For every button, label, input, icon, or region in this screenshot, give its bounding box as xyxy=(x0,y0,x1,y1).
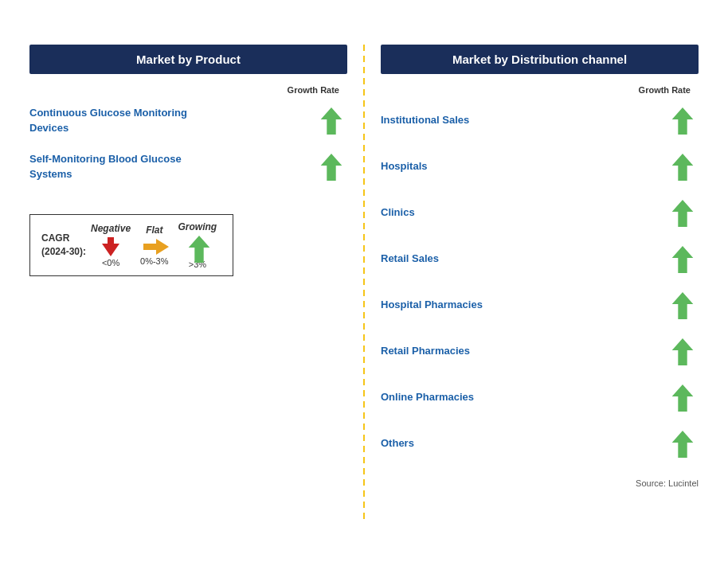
left-growth-rate-label: Growth Rate xyxy=(29,85,339,95)
red-down-arrow-icon xyxy=(100,236,121,256)
channel-label-6: Retail Pharmacies xyxy=(381,344,670,358)
svg-marker-3 xyxy=(143,239,169,255)
table-row: Institutional Sales xyxy=(381,98,699,144)
svg-marker-6 xyxy=(672,153,694,180)
product-label-1: Continuous Glucose MonitoringDevices xyxy=(29,106,319,135)
channel-label-7: Online Pharmacies xyxy=(381,390,670,404)
arrow-up-icon xyxy=(670,152,695,182)
svg-marker-9 xyxy=(672,291,694,318)
svg-marker-4 xyxy=(189,235,210,262)
arrow-up-icon xyxy=(670,429,695,459)
channel-label-5: Hospital Pharmacies xyxy=(381,298,670,312)
svg-marker-7 xyxy=(672,199,694,226)
svg-marker-11 xyxy=(672,384,694,411)
legend-negative-range: <0% xyxy=(102,258,119,267)
arrow-up-icon xyxy=(670,337,695,367)
panel-divider xyxy=(363,45,365,522)
legend-flat: Flat 0%-3% xyxy=(140,224,168,266)
table-row: Self-Monitoring Blood GlucoseSystems xyxy=(29,144,347,190)
table-row: Retail Sales xyxy=(381,236,699,283)
legend-growing-label: Growing xyxy=(178,221,217,232)
table-row: Online Pharmacies xyxy=(381,375,699,421)
legend-negative: Negative <0% xyxy=(91,223,131,267)
channel-label-8: Others xyxy=(381,436,670,451)
svg-marker-12 xyxy=(672,430,694,457)
svg-marker-10 xyxy=(672,338,694,365)
arrow-up-icon xyxy=(670,198,695,228)
table-row: Retail Pharmacies xyxy=(381,329,699,375)
legend-flat-range: 0%-3% xyxy=(140,256,168,266)
orange-right-arrow-icon xyxy=(142,237,167,255)
table-row: Hospital Pharmacies xyxy=(381,283,699,329)
arrow-up-icon xyxy=(670,291,695,321)
left-panel: Market by Product Growth Rate Continuous… xyxy=(22,45,355,276)
svg-marker-8 xyxy=(672,245,694,272)
svg-marker-5 xyxy=(672,107,694,134)
green-up-arrow-icon xyxy=(186,234,209,258)
legend-box: CAGR (2024-30): Negative <0% Flat 0%-3% xyxy=(29,214,233,276)
arrow-up-icon xyxy=(319,152,344,182)
legend-cagr-label: CAGR (2024-30): xyxy=(41,232,86,259)
right-panel: Market by Distribution channel Growth Ra… xyxy=(373,45,706,488)
table-row: Continuous Glucose MonitoringDevices xyxy=(29,98,347,144)
main-container: Market by Product Growth Rate Continuous… xyxy=(14,29,714,538)
left-panel-header: Market by Product xyxy=(29,45,347,74)
right-panel-header: Market by Distribution channel xyxy=(381,45,699,74)
channel-label-2: Hospitals xyxy=(381,159,670,174)
table-row: Hospitals xyxy=(381,144,699,190)
right-growth-rate-label: Growth Rate xyxy=(381,85,691,95)
legend-growing: Growing >3% xyxy=(178,221,217,269)
arrow-up-icon xyxy=(670,383,695,413)
product-label-2: Self-Monitoring Blood GlucoseSystems xyxy=(29,152,319,181)
arrow-up-icon xyxy=(319,106,344,136)
svg-marker-2 xyxy=(102,237,119,256)
source-text: Source: Lucintel xyxy=(381,478,699,488)
arrow-up-icon xyxy=(670,244,695,275)
table-row: Others xyxy=(381,421,699,467)
channel-label-1: Institutional Sales xyxy=(381,113,670,127)
arrow-up-icon xyxy=(670,106,695,136)
channel-label-3: Clinics xyxy=(381,205,670,220)
channel-label-4: Retail Sales xyxy=(381,252,670,266)
legend-flat-label: Flat xyxy=(146,224,162,236)
table-row: Clinics xyxy=(381,190,699,236)
svg-marker-1 xyxy=(321,153,342,180)
svg-marker-0 xyxy=(321,107,342,134)
legend-negative-label: Negative xyxy=(91,223,131,234)
